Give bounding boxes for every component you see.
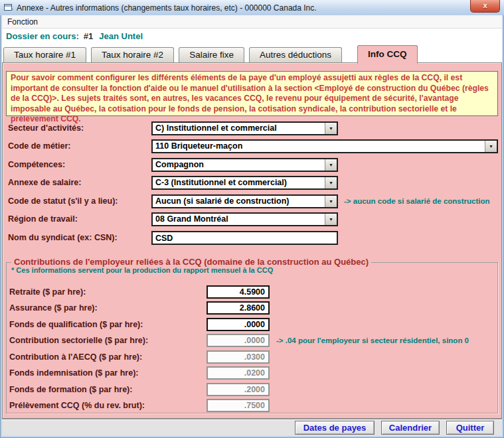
combo-value: Aucun (si salarié de construction) <box>155 196 323 207</box>
annexe-salaire-select[interactable]: C-3 (Institutionnel et commercial) ▼ <box>151 176 338 190</box>
secteur-activites-select[interactable]: C) Institutionnel et commercial ▼ <box>151 121 338 135</box>
menu-bar: Fonction <box>2 15 502 29</box>
field-label-fonds-qualification: Fonds de qualification ($ par hre): <box>9 318 143 331</box>
close-icon: x <box>483 1 487 9</box>
dossier-name: Jean Untel <box>99 31 143 41</box>
field-label-retraite: Retraite ($ par hre): <box>9 285 86 299</box>
quitter-button[interactable]: Quitter <box>446 421 494 435</box>
fonds-indemnisation-input <box>207 366 270 380</box>
field-label-annexe-salaire: Annexe de salaire: <box>8 176 81 190</box>
note-sectorielle: -> .04 pour l'employeur si secteur résid… <box>276 334 469 347</box>
field-label-syndicat: Nom du syndicat (ex: CSN): <box>8 231 118 245</box>
info-ccq-panel: Pour savoir comment configurer les diffé… <box>2 62 502 419</box>
chevron-down-icon[interactable]: ▼ <box>485 141 497 152</box>
tab-taux-horaire-1[interactable]: Taux horaire #1 <box>3 47 86 62</box>
field-label-fonds-formation: Fonds de formation ($ par hre): <box>9 383 132 396</box>
window-icon <box>4 4 13 12</box>
prelevement-ccq-input <box>207 399 270 412</box>
field-label-contribution-aecq: Contribution à l'AECQ ($ par hre): <box>9 350 142 364</box>
chevron-down-icon[interactable]: ▼ <box>325 159 337 171</box>
combo-value: C-3 (Institutionnel et commercial) <box>155 177 323 188</box>
tab-strip: Taux horaire #1 Taux horaire #2 Salaire … <box>2 43 502 62</box>
code-statut-select[interactable]: Aucun (si salarié de construction) ▼ <box>151 194 338 208</box>
fonds-formation-input <box>207 383 270 396</box>
contribution-aecq-input <box>207 350 270 364</box>
field-label-competences: Compétences: <box>8 158 65 172</box>
field-label-code-statut: Code de statut (s'il y a lieu): <box>8 194 118 208</box>
code-metier-select[interactable]: 110 Briqueteur-maçon ▼ <box>151 139 498 153</box>
chevron-down-icon[interactable]: ▼ <box>325 123 337 134</box>
field-label-fonds-indemnisation: Fonds indemnisation ($ par hre): <box>9 366 138 380</box>
ccq-group-title: Contributions de l'employeur reliées à l… <box>11 257 371 267</box>
dates-de-payes-button[interactable]: Dates de payes <box>295 421 375 435</box>
dossier-row: Dossier en cours: #1 Jean Untel <box>2 29 502 43</box>
chevron-down-icon[interactable]: ▼ <box>325 177 337 188</box>
tab-salaire-fixe[interactable]: Salaire fixe <box>179 47 244 62</box>
field-label-secteur: Secteur d'activités: <box>8 121 84 135</box>
competences-select[interactable]: Compagnon ▼ <box>151 158 338 172</box>
close-button[interactable]: x <box>470 0 500 13</box>
field-label-code-metier: Code de métier: <box>8 139 70 153</box>
syndicat-input[interactable] <box>151 231 338 245</box>
note-code-statut: -> aucun code si salarié de construction <box>344 194 490 208</box>
chevron-down-icon[interactable]: ▼ <box>325 196 337 207</box>
ccq-group-subtitle: * Ces informations servent pour la produ… <box>11 266 273 274</box>
field-label-prelevement-ccq: Prélèvement CCQ (% du rev. brut): <box>9 399 145 412</box>
field-label-assurance: Assurance ($ par hre): <box>9 301 98 315</box>
menu-item-fonction[interactable]: Fonction <box>2 15 43 28</box>
assurance-input[interactable] <box>207 301 270 315</box>
combo-value: C) Institutionnel et commercial <box>155 123 323 134</box>
calendrier-button[interactable]: Calendrier <box>381 421 440 435</box>
combo-value: 08 Grand Montréal <box>155 214 323 225</box>
combo-value: 110 Briqueteur-maçon <box>155 141 483 152</box>
combo-value: Compagnon <box>155 159 323 171</box>
field-label-region-travail: Région de travail: <box>8 212 78 226</box>
footer-bar: Dates de payes Calendrier Quitter <box>2 419 502 436</box>
ccq-help-text: Pour savoir comment configurer les diffé… <box>6 71 498 116</box>
chevron-down-icon[interactable]: ▼ <box>325 214 337 225</box>
application-window: Annexe - Autres informations (changement… <box>0 0 504 438</box>
contribution-sectorielle-input <box>207 334 270 347</box>
window-title: Annexe - Autres informations (changement… <box>17 3 317 13</box>
dossier-label: Dossier en cours: <box>6 31 79 41</box>
dossier-number: #1 <box>84 31 93 41</box>
retraite-input[interactable] <box>207 285 270 299</box>
tab-taux-horaire-2[interactable]: Taux horaire #2 <box>91 47 174 62</box>
field-label-contribution-sectorielle: Contribution sectorielle ($ par hre): <box>9 334 148 347</box>
fonds-qualification-input[interactable] <box>207 318 270 331</box>
region-travail-select[interactable]: 08 Grand Montréal ▼ <box>151 212 338 226</box>
tab-info-ccq[interactable]: Info CCQ <box>357 45 418 64</box>
tab-autres-deductions[interactable]: Autres déductions <box>249 47 342 62</box>
title-bar: Annexe - Autres informations (changement… <box>0 0 504 15</box>
